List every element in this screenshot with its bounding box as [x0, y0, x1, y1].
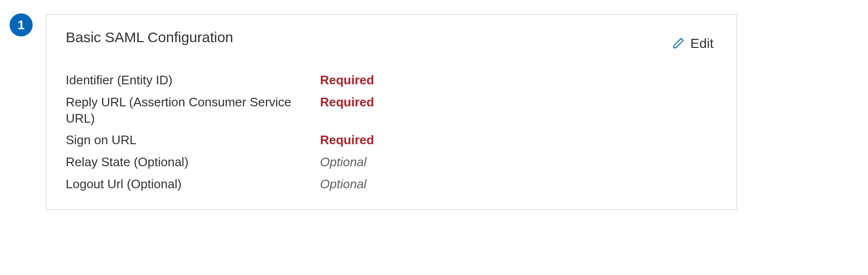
saml-step-container: 1 Basic SAML Configuration Edit Identifi…: [10, 14, 854, 210]
field-label: Relay State (Optional): [66, 154, 320, 171]
field-row-relay-state: Relay State (Optional) Optional: [66, 154, 717, 171]
field-value: Required: [320, 94, 374, 111]
field-value: Required: [320, 132, 374, 149]
field-label: Identifier (Entity ID): [66, 72, 320, 89]
field-label: Reply URL (Assertion Consumer Service UR…: [66, 94, 320, 127]
field-row-identifier: Identifier (Entity ID) Required: [66, 72, 717, 89]
field-value: Optional: [320, 154, 367, 171]
saml-config-card: Basic SAML Configuration Edit Identifier…: [46, 14, 737, 210]
edit-button[interactable]: Edit: [668, 34, 717, 53]
field-row-reply-url: Reply URL (Assertion Consumer Service UR…: [66, 94, 717, 127]
field-row-logout-url: Logout Url (Optional) Optional: [66, 176, 717, 193]
step-number-badge: 1: [10, 13, 33, 36]
field-value: Optional: [320, 176, 367, 193]
field-row-sign-on-url: Sign on URL Required: [66, 132, 717, 149]
field-label: Logout Url (Optional): [66, 176, 320, 193]
card-header: Basic SAML Configuration Edit: [66, 29, 717, 53]
card-title: Basic SAML Configuration: [66, 29, 233, 46]
pencil-icon: [672, 37, 685, 51]
step-number: 1: [18, 18, 24, 33]
field-value: Required: [320, 72, 374, 89]
edit-button-label: Edit: [690, 36, 713, 51]
field-label: Sign on URL: [66, 132, 320, 149]
field-list: Identifier (Entity ID) Required Reply UR…: [66, 72, 717, 193]
